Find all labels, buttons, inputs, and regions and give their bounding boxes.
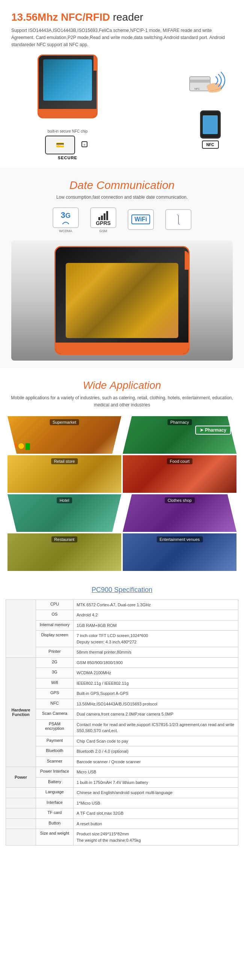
- table-row: OS Android 4.2: [6, 610, 238, 620]
- val-nfc: 13.56MHz,ISO14443A/B,ISO15693 protocol: [74, 698, 238, 709]
- app-cell-restaurant: Restaurant: [8, 533, 121, 571]
- comm-title: Date Communication: [11, 179, 233, 192]
- nfc-phone-screen: [203, 115, 218, 134]
- table-row: Wifi IEEE802.11g / IEEE802.11g: [6, 678, 238, 689]
- key-2g: 2G: [36, 657, 74, 668]
- nfc-chip-label: built-in secure NFC chip: [45, 129, 90, 134]
- comm-icon-box-wifi: WiFi: [128, 209, 154, 230]
- key-battery: Battery: [36, 777, 74, 788]
- comm-icon-wifi: WiFi: [128, 209, 154, 231]
- comm-icon-box-gprs: GPRS: [90, 207, 116, 228]
- val-power-interface: Micro USB: [74, 767, 238, 778]
- table-row: Internal memory 1GB RAM+8GB ROM: [6, 620, 238, 631]
- comm-device-screen: [66, 263, 178, 338]
- val-memory: 1GB RAM+8GB ROM: [74, 620, 238, 631]
- device-bottom: [39, 109, 97, 117]
- val-printer: 58mm thermal printer,80mm/s: [74, 647, 238, 658]
- cat-interface: [6, 798, 36, 808]
- val-scanner: Barcode scanner / Qrcode scanner: [74, 757, 238, 767]
- device-body: [38, 54, 98, 118]
- svg-text:NFC: NFC: [195, 88, 200, 90]
- val-psam: Contact mode for read and write,support …: [74, 719, 238, 736]
- cat-hardware-function: Hardware Function: [6, 657, 36, 767]
- cat-language: [6, 788, 36, 798]
- nfc-title: 13.56Mhz NFC/RFID reader: [11, 11, 233, 23]
- nfc-badge: NFC: [202, 140, 219, 149]
- val-button: A reset button: [74, 818, 238, 829]
- app-cell-entertainment: Entertainment venues: [123, 533, 236, 571]
- table-row: Language Chinese and English/android sup…: [6, 788, 238, 798]
- table-row: Power Power Interface Micro USB: [6, 767, 238, 778]
- val-display: 7 inch color TFT LCD screen,1024*600Depu…: [74, 631, 238, 647]
- val-interface: 1*Micro USB: [74, 798, 238, 808]
- nfc-title-highlight: 13.56Mhz NFC/RFID: [11, 11, 110, 23]
- table-row: Printer 58mm thermal printer,80mm/s: [6, 647, 238, 658]
- cat-tfcard: [6, 808, 36, 819]
- key-os: OS: [36, 610, 74, 620]
- comm-icon-3g: 3G WCDMA: [52, 207, 79, 233]
- comm-icon-bluetooth: ⎱: [165, 209, 192, 231]
- key-camera: Scan Camera: [36, 709, 74, 720]
- table-row: TF card A TF Card slot,max 32GB: [6, 808, 238, 819]
- produce-icons: [11, 443, 30, 450]
- val-os: Android 4.2: [74, 610, 238, 620]
- val-bluetooth: Bluetooth 2.0 / 4.0 (optional): [74, 746, 238, 757]
- val-2g: GSM 850/900/1800/1900: [74, 657, 238, 668]
- pharmacy-label: Pharmacy: [168, 419, 192, 425]
- key-3g: 3G: [36, 668, 74, 678]
- table-row: PSAM encryption Contact mode for read an…: [6, 719, 238, 736]
- nfc-signal-icon: ≡: [79, 138, 90, 151]
- val-gps: Built-in GPS,Support A-GPS: [74, 689, 238, 699]
- key-cpu: CPU: [36, 600, 74, 610]
- val-battery: 1 built-in 1750mAH 7.4V lithium battery: [74, 777, 238, 788]
- comm-label-gsm: GSM: [100, 229, 107, 233]
- nfc-device-area: built-in secure NFC chip 💳 ≡ SECURE: [11, 54, 124, 160]
- key-tfcard: TF card: [36, 808, 74, 819]
- nfc-phone-area: NFC: [200, 110, 221, 149]
- spec-table: CPU MTK 6572 Cortex-A7, Dual-core 1.3GHz…: [6, 600, 238, 846]
- table-row: 3G WCDMA 2100MHz: [6, 668, 238, 678]
- nfc-device-image: [26, 54, 109, 126]
- entertainment-label: Entertainment venues: [157, 536, 203, 542]
- spec-section: PC900 Specification CPU MTK 6572 Cortex-…: [0, 579, 244, 853]
- svg-rect-2: [190, 76, 210, 91]
- svg-rect-3: [190, 80, 210, 83]
- nfc-phone-box: [200, 110, 221, 138]
- app-grid: Supermarket ➤Pharmacy Pharmacy Retail st…: [8, 416, 236, 571]
- supermarket-label: Supermarket: [49, 419, 79, 425]
- bluetooth-icon: ⎱: [175, 213, 182, 225]
- comm-section: Date Communication Low consumption,fast …: [0, 167, 244, 368]
- comm-side-button: [185, 251, 189, 270]
- hotel-label: Hotel: [57, 497, 73, 503]
- val-payment: Chip Card Scan code to pay: [74, 736, 238, 746]
- app-title-rest: Application: [109, 379, 161, 391]
- nfc-images-area: built-in secure NFC chip 💳 ≡ SECURE: [11, 54, 233, 160]
- app-description: Mobile applications for a variety of ind…: [8, 395, 236, 409]
- key-printer: Printer: [36, 647, 74, 658]
- val-size: Product size:249*115*82mmThe weight of t…: [74, 829, 238, 846]
- key-power-interface: Power Interface: [36, 767, 74, 778]
- val-cpu: MTK 6572 Cortex-A7, Dual-core 1.3GHz: [74, 600, 238, 610]
- app-section: Wide Application Mobile applications for…: [0, 368, 244, 579]
- comm-icon-box-bt: ⎱: [165, 209, 192, 230]
- key-button: Button: [36, 818, 74, 829]
- comm-icons-row: 3G WCDMA GPRS GSM WiF: [11, 207, 233, 233]
- nfc-wave-icon: NFC: [188, 65, 233, 103]
- table-row: Display screen 7 inch color TFT LCD scre…: [6, 631, 238, 647]
- comm-icon-box-3g: 3G: [52, 207, 79, 228]
- pharmacy-badge: ➤Pharmacy: [195, 426, 231, 434]
- key-psam: PSAM encryption: [36, 719, 74, 736]
- 3g-icon: 3G: [61, 210, 71, 220]
- comm-device-body: [54, 246, 190, 355]
- table-row: Scan Camera Dual camera,front camera 2.0…: [6, 709, 238, 720]
- spec-title: PC900 Specification: [6, 586, 238, 594]
- restaurant-label: Restaurant: [51, 536, 78, 542]
- foodcourt-label: Food court: [167, 458, 193, 464]
- clothes-label: Clothes shop: [165, 497, 195, 503]
- nfc-secure-icons: 💳 ≡: [45, 135, 90, 154]
- val-language: Chinese and English/android support mult…: [74, 788, 238, 798]
- key-bluetooth: Bluetooth: [36, 746, 74, 757]
- table-row: Payment Chip Card Scan code to pay: [6, 736, 238, 746]
- device-side: [93, 56, 97, 71]
- nfc-description: Support ISO14443A,ISO14443B,ISO15693,Fel…: [11, 27, 233, 49]
